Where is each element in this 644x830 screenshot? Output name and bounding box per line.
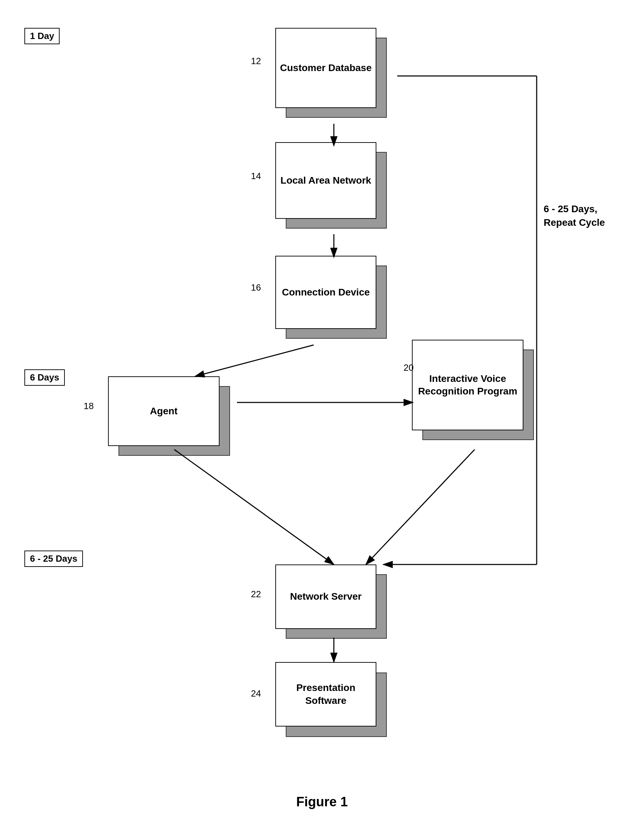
svg-line-6	[366, 450, 474, 564]
ivr-box: Interactive Voice Recognition Program	[412, 340, 523, 430]
label-1day: 1 Day	[24, 28, 60, 44]
figure-label: Figure 1	[270, 794, 374, 809]
diagram-container: 1 Day Customer Database 12 Local Area Ne…	[0, 0, 644, 830]
svg-line-3	[195, 345, 314, 376]
presentation-software-box: Presentation Software	[275, 662, 376, 727]
ref-16: 16	[251, 282, 261, 293]
ref-14: 14	[251, 171, 261, 182]
ref-20: 20	[404, 363, 414, 373]
local-area-network-box: Local Area Network	[275, 142, 376, 219]
ref-18: 18	[84, 401, 94, 412]
label-6days: 6 Days	[24, 369, 65, 386]
ref-22: 22	[251, 589, 261, 600]
label-6-25days: 6 - 25 Days	[24, 551, 83, 567]
connection-device-box: Connection Device	[275, 256, 376, 329]
svg-line-5	[174, 450, 334, 564]
ref-24: 24	[251, 688, 261, 699]
customer-database-box: Customer Database	[275, 28, 376, 108]
repeat-cycle-label: 6 - 25 Days,Repeat Cycle	[544, 202, 620, 229]
network-server-box: Network Server	[275, 564, 376, 629]
ref-12: 12	[251, 56, 261, 67]
agent-box: Agent	[108, 376, 220, 446]
